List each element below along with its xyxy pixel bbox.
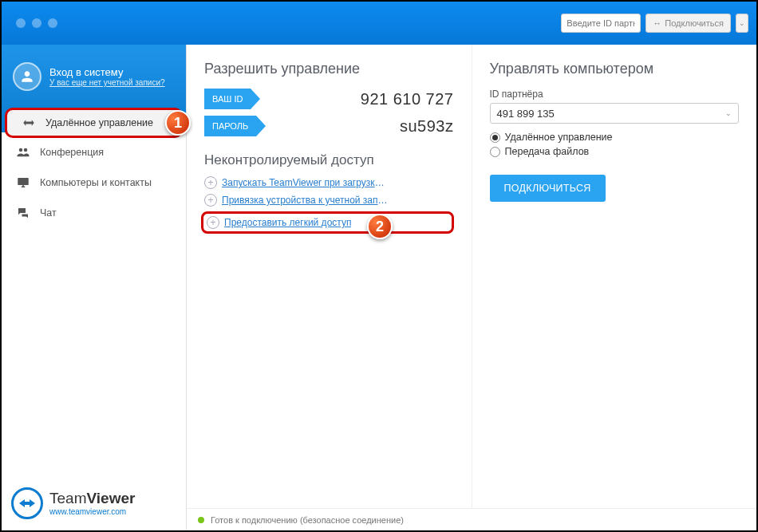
status-text: Готов к подключению (безопасное соединен… xyxy=(211,515,404,525)
plus-circle-icon: + xyxy=(207,216,219,229)
your-id-value: 921 610 727 xyxy=(361,90,454,108)
sidebar: Вход в систему У вас еще нет учетной зап… xyxy=(2,45,187,530)
close-icon[interactable] xyxy=(16,18,26,28)
brand-name: TeamViewer xyxy=(49,491,135,507)
radio-remote-control[interactable]: Удалённое управление xyxy=(490,132,740,143)
svg-point-1 xyxy=(24,148,28,152)
people-icon xyxy=(16,145,30,160)
minimize-icon[interactable] xyxy=(32,18,41,28)
window-controls[interactable] xyxy=(16,18,57,28)
link-text: Привязка устройства к учетной записи xyxy=(222,195,389,206)
your-id-label: ВАШ ID xyxy=(204,89,251,109)
nav-label: Конференция xyxy=(40,147,104,158)
svg-point-0 xyxy=(19,148,23,152)
link-text: Запускать TeamViewer при загрузке с... xyxy=(222,177,389,188)
body: Вход в систему У вас еще нет учетной зап… xyxy=(2,45,756,530)
arrows-icon: ↔ xyxy=(653,18,661,28)
ua-link-easy-access[interactable]: + Предоставить легкий доступ xyxy=(201,211,454,234)
teamviewer-logo-icon xyxy=(11,487,43,519)
annotation-badge-2: 2 xyxy=(367,214,393,239)
login-title: Вход в систему xyxy=(49,66,165,78)
chat-icon xyxy=(16,206,30,220)
radio-label: Удалённое управление xyxy=(505,132,613,143)
nav-label: Чат xyxy=(40,207,57,219)
brand-url[interactable]: www.teamviewer.com xyxy=(49,507,135,516)
monitor-icon xyxy=(16,175,30,190)
allow-heading: Разрешить управление xyxy=(204,61,454,77)
nav-meeting[interactable]: Конференция xyxy=(2,137,186,167)
radio-label: Передача файлов xyxy=(505,146,590,157)
brand-footer: TeamViewer www.teamviewer.com xyxy=(2,478,186,530)
ua-link-assign[interactable]: + Привязка устройства к учетной записи xyxy=(204,194,454,207)
arrows-icon xyxy=(22,116,36,130)
password-value: su593z xyxy=(400,117,454,136)
radio-icon xyxy=(490,147,500,157)
control-remote-panel: Управлять компьютером ID партнёра 491 89… xyxy=(472,45,757,508)
maximize-icon[interactable] xyxy=(48,18,57,28)
titlebar: ↔ Подключиться ⌄ xyxy=(2,2,756,45)
ua-link-startup[interactable]: + Запускать TeamViewer при загрузке с... xyxy=(204,176,454,189)
quick-connect-dropdown[interactable]: ⌄ xyxy=(736,14,748,33)
partner-id-input[interactable]: 491 899 135 ⌄ xyxy=(490,103,740,124)
quick-connect-button[interactable]: ↔ Подключиться xyxy=(645,14,731,33)
nav-label: Удалённое управление xyxy=(45,117,153,128)
status-bar: Готов к подключению (безопасное соединен… xyxy=(187,508,756,530)
partner-id-value: 491 899 135 xyxy=(497,108,555,120)
signup-link[interactable]: У вас еще нет учетной записи? xyxy=(49,78,165,87)
app-window: ↔ Подключиться ⌄ Вход в систему У вас ещ… xyxy=(0,0,758,532)
partner-id-quick-input[interactable] xyxy=(561,14,641,33)
nav-contacts[interactable]: Компьютеры и контакты xyxy=(2,167,186,198)
nav-label: Компьютеры и контакты xyxy=(40,177,152,188)
control-heading: Управлять компьютером xyxy=(490,61,740,77)
nav-chat[interactable]: Чат xyxy=(2,198,186,228)
nav-remote-control[interactable]: Удалённое управление xyxy=(5,108,183,138)
plus-circle-icon: + xyxy=(204,194,217,207)
unattended-heading: Неконтролируемый доступ xyxy=(204,152,454,168)
quick-connect-label: Подключиться xyxy=(665,18,724,28)
partner-id-label: ID партнёра xyxy=(490,89,740,100)
radio-file-transfer[interactable]: Передача файлов xyxy=(490,146,740,157)
login-panel[interactable]: Вход в систему У вас еще нет учетной зап… xyxy=(2,45,186,108)
status-dot-icon xyxy=(198,517,204,523)
nav: Удалённое управление Конференция Компьют… xyxy=(2,108,186,228)
user-icon xyxy=(19,69,35,85)
allow-control-panel: Разрешить управление ВАШ ID 921 610 727 … xyxy=(187,45,472,508)
radio-icon xyxy=(490,132,500,143)
svg-rect-2 xyxy=(18,178,29,185)
avatar xyxy=(13,62,41,91)
annotation-badge-1: 1 xyxy=(165,110,191,136)
chevron-down-icon[interactable]: ⌄ xyxy=(725,109,732,117)
password-label: ПАРОЛЬ xyxy=(204,116,256,136)
plus-circle-icon: + xyxy=(204,176,217,189)
link-text: Предоставить легкий доступ xyxy=(224,217,351,228)
main: Разрешить управление ВАШ ID 921 610 727 … xyxy=(187,45,756,530)
connect-button[interactable]: ПОДКЛЮЧИТЬСЯ xyxy=(490,175,606,202)
